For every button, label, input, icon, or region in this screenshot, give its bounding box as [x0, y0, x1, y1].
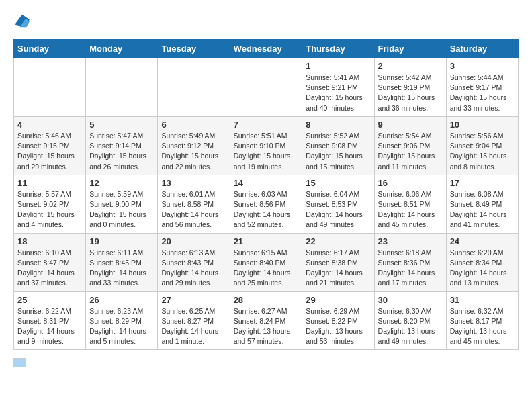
day-number: 18 [17, 236, 82, 246]
day-info: Sunrise: 6:18 AM Sunset: 8:36 PM Dayligh… [378, 248, 443, 289]
calendar-week-3: 11Sunrise: 5:57 AM Sunset: 9:02 PM Dayli… [14, 175, 519, 233]
day-info: Sunrise: 6:23 AM Sunset: 8:29 PM Dayligh… [89, 306, 154, 347]
day-number: 8 [306, 120, 370, 130]
day-info: Sunrise: 5:44 AM Sunset: 9:17 PM Dayligh… [450, 73, 515, 113]
calendar-week-5: 25Sunrise: 6:22 AM Sunset: 8:31 PM Dayli… [14, 291, 519, 350]
calendar-cell: 16Sunrise: 6:06 AM Sunset: 8:51 PM Dayli… [374, 175, 446, 233]
day-info: Sunrise: 6:25 AM Sunset: 8:27 PM Dayligh… [161, 306, 226, 347]
day-info: Sunrise: 5:54 AM Sunset: 9:06 PM Dayligh… [378, 131, 443, 172]
day-number: 20 [161, 236, 226, 246]
day-info: Sunrise: 6:13 AM Sunset: 8:43 PM Dayligh… [161, 248, 226, 289]
day-info: Sunrise: 5:52 AM Sunset: 9:08 PM Dayligh… [306, 131, 370, 172]
day-number: 12 [89, 178, 154, 188]
day-info: Sunrise: 6:04 AM Sunset: 8:53 PM Dayligh… [306, 189, 370, 230]
day-info: Sunrise: 5:41 AM Sunset: 9:21 PM Dayligh… [306, 73, 370, 113]
day-number: 31 [450, 295, 515, 305]
calendar-table: SundayMondayTuesdayWednesdayThursdayFrid… [13, 39, 519, 350]
day-number: 14 [234, 178, 299, 188]
day-number: 5 [89, 120, 154, 130]
calendar-cell: 9Sunrise: 5:54 AM Sunset: 9:06 PM Daylig… [374, 116, 446, 175]
day-info: Sunrise: 6:20 AM Sunset: 8:34 PM Dayligh… [450, 248, 515, 289]
day-number: 29 [306, 295, 370, 305]
day-number: 6 [161, 120, 226, 130]
day-info: Sunrise: 6:08 AM Sunset: 8:49 PM Dayligh… [450, 189, 515, 230]
calendar-cell [86, 58, 158, 117]
day-number: 26 [89, 295, 154, 305]
calendar-cell [230, 58, 302, 117]
calendar-cell: 30Sunrise: 6:30 AM Sunset: 8:20 PM Dayli… [374, 291, 446, 350]
calendar-cell: 10Sunrise: 5:56 AM Sunset: 9:04 PM Dayli… [446, 116, 518, 175]
day-number: 21 [234, 236, 299, 246]
day-number: 19 [89, 236, 154, 246]
logo [13, 13, 30, 28]
day-number: 9 [378, 120, 443, 130]
calendar-cell: 6Sunrise: 5:49 AM Sunset: 9:12 PM Daylig… [158, 116, 230, 175]
day-info: Sunrise: 5:59 AM Sunset: 9:00 PM Dayligh… [89, 189, 154, 230]
calendar-cell: 14Sunrise: 6:03 AM Sunset: 8:56 PM Dayli… [230, 175, 302, 233]
calendar-week-2: 4Sunrise: 5:46 AM Sunset: 9:15 PM Daylig… [14, 116, 519, 175]
day-info: Sunrise: 6:32 AM Sunset: 8:17 PM Dayligh… [450, 306, 515, 347]
day-number: 24 [450, 236, 515, 246]
calendar-header-monday: Monday [86, 40, 158, 58]
day-info: Sunrise: 6:29 AM Sunset: 8:22 PM Dayligh… [306, 306, 370, 347]
calendar-cell: 21Sunrise: 6:15 AM Sunset: 8:40 PM Dayli… [230, 233, 302, 291]
day-number: 2 [378, 61, 443, 71]
calendar-cell: 15Sunrise: 6:04 AM Sunset: 8:53 PM Dayli… [302, 175, 374, 233]
day-info: Sunrise: 6:30 AM Sunset: 8:20 PM Dayligh… [378, 306, 443, 347]
day-info: Sunrise: 5:57 AM Sunset: 9:02 PM Dayligh… [17, 189, 82, 230]
day-info: Sunrise: 5:51 AM Sunset: 9:10 PM Dayligh… [234, 131, 299, 172]
calendar-cell: 25Sunrise: 6:22 AM Sunset: 8:31 PM Dayli… [14, 291, 86, 350]
day-number: 10 [450, 120, 515, 130]
calendar-cell: 4Sunrise: 5:46 AM Sunset: 9:15 PM Daylig… [14, 116, 86, 175]
day-info: Sunrise: 6:03 AM Sunset: 8:56 PM Dayligh… [234, 189, 299, 230]
calendar-header-friday: Friday [374, 40, 446, 58]
calendar-cell: 17Sunrise: 6:08 AM Sunset: 8:49 PM Dayli… [446, 175, 518, 233]
calendar-week-1: 1Sunrise: 5:41 AM Sunset: 9:21 PM Daylig… [14, 58, 519, 117]
calendar-cell: 24Sunrise: 6:20 AM Sunset: 8:34 PM Dayli… [446, 233, 518, 291]
calendar-cell: 20Sunrise: 6:13 AM Sunset: 8:43 PM Dayli… [158, 233, 230, 291]
day-number: 27 [161, 295, 226, 305]
calendar-week-4: 18Sunrise: 6:10 AM Sunset: 8:47 PM Dayli… [14, 233, 519, 291]
day-info: Sunrise: 5:56 AM Sunset: 9:04 PM Dayligh… [450, 131, 515, 172]
calendar-cell: 11Sunrise: 5:57 AM Sunset: 9:02 PM Dayli… [14, 175, 86, 233]
calendar-header-tuesday: Tuesday [158, 40, 230, 58]
calendar-cell: 26Sunrise: 6:23 AM Sunset: 8:29 PM Dayli… [86, 291, 158, 350]
daylight-legend-box [13, 358, 26, 367]
calendar-cell: 27Sunrise: 6:25 AM Sunset: 8:27 PM Dayli… [158, 291, 230, 350]
day-number: 11 [17, 178, 82, 188]
day-info: Sunrise: 6:27 AM Sunset: 8:24 PM Dayligh… [234, 306, 299, 347]
day-number: 15 [306, 178, 370, 188]
calendar-cell: 1Sunrise: 5:41 AM Sunset: 9:21 PM Daylig… [302, 58, 374, 117]
calendar-cell: 31Sunrise: 6:32 AM Sunset: 8:17 PM Dayli… [446, 291, 518, 350]
calendar-cell: 18Sunrise: 6:10 AM Sunset: 8:47 PM Dayli… [14, 233, 86, 291]
day-number: 23 [378, 236, 443, 246]
day-number: 3 [450, 61, 515, 71]
calendar-cell: 3Sunrise: 5:44 AM Sunset: 9:17 PM Daylig… [446, 58, 518, 117]
day-info: Sunrise: 6:01 AM Sunset: 8:58 PM Dayligh… [161, 189, 226, 230]
calendar-cell: 12Sunrise: 5:59 AM Sunset: 9:00 PM Dayli… [86, 175, 158, 233]
day-number: 17 [450, 178, 515, 188]
day-info: Sunrise: 6:11 AM Sunset: 8:45 PM Dayligh… [89, 248, 154, 289]
calendar-cell: 2Sunrise: 5:42 AM Sunset: 9:19 PM Daylig… [374, 58, 446, 117]
day-info: Sunrise: 5:47 AM Sunset: 9:14 PM Dayligh… [89, 131, 154, 172]
calendar-cell: 13Sunrise: 6:01 AM Sunset: 8:58 PM Dayli… [158, 175, 230, 233]
calendar-header-thursday: Thursday [302, 40, 374, 58]
page-header [13, 13, 519, 28]
calendar-header-saturday: Saturday [446, 40, 518, 58]
day-number: 13 [161, 178, 226, 188]
day-info: Sunrise: 6:22 AM Sunset: 8:31 PM Dayligh… [17, 306, 82, 347]
calendar-cell [14, 58, 86, 117]
day-info: Sunrise: 5:46 AM Sunset: 9:15 PM Dayligh… [17, 131, 82, 172]
day-info: Sunrise: 5:49 AM Sunset: 9:12 PM Dayligh… [161, 131, 226, 172]
day-number: 16 [378, 178, 443, 188]
day-info: Sunrise: 6:06 AM Sunset: 8:51 PM Dayligh… [378, 189, 443, 230]
day-info: Sunrise: 6:15 AM Sunset: 8:40 PM Dayligh… [234, 248, 299, 289]
calendar-cell: 8Sunrise: 5:52 AM Sunset: 9:08 PM Daylig… [302, 116, 374, 175]
footer [13, 358, 519, 367]
calendar-cell: 23Sunrise: 6:18 AM Sunset: 8:36 PM Dayli… [374, 233, 446, 291]
calendar-cell: 5Sunrise: 5:47 AM Sunset: 9:14 PM Daylig… [86, 116, 158, 175]
calendar-cell: 7Sunrise: 5:51 AM Sunset: 9:10 PM Daylig… [230, 116, 302, 175]
day-info: Sunrise: 6:17 AM Sunset: 8:38 PM Dayligh… [306, 248, 370, 289]
day-number: 22 [306, 236, 370, 246]
day-info: Sunrise: 5:42 AM Sunset: 9:19 PM Dayligh… [378, 73, 443, 113]
